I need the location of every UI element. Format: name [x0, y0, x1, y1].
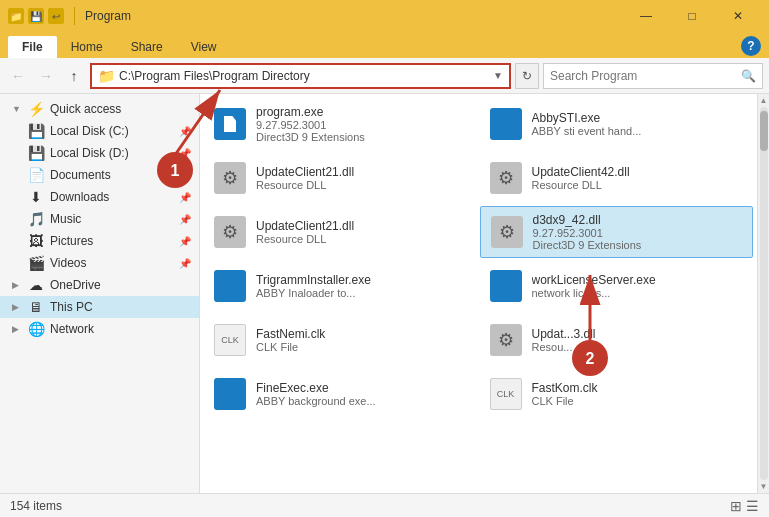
tab-view[interactable]: View — [177, 36, 231, 58]
address-dropdown-icon[interactable]: ▼ — [493, 70, 503, 81]
sidebar-label-local-disk-d: Local Disk (D:) — [50, 146, 129, 160]
file-icon-abby-exe — [488, 106, 524, 142]
network-icon: 🌐 — [28, 321, 44, 337]
sidebar-item-local-disk-c[interactable]: 💾 Local Disk (C:) 📌 — [0, 120, 199, 142]
sidebar-item-local-disk-d[interactable]: 💾 Local Disk (D:) 📌 — [0, 142, 199, 164]
sidebar-item-onedrive[interactable]: ▶ ☁ OneDrive — [0, 274, 199, 296]
search-input[interactable] — [550, 69, 737, 83]
pin-icon-music: 📌 — [179, 214, 191, 225]
sidebar-label-music: Music — [50, 212, 81, 226]
refresh-button[interactable]: ↻ — [515, 63, 539, 89]
tab-home[interactable]: Home — [57, 36, 117, 58]
grid-view-button[interactable]: ⊞ — [730, 498, 742, 514]
scrollbar-track[interactable] — [760, 107, 768, 480]
pictures-icon: 🖼 — [28, 233, 44, 249]
title-bar-separator — [74, 7, 75, 25]
status-bar: 154 items ⊞ ☰ — [0, 493, 769, 517]
file-name-program-exe: program.exe — [256, 105, 470, 119]
save-icon: 💾 — [28, 8, 44, 24]
scrollbar-thumb[interactable] — [760, 111, 768, 151]
file-info-updateclient42: UpdateClient42.dll Resource DLL — [532, 165, 746, 191]
disk-d-icon: 💾 — [28, 145, 44, 161]
file-detail1-d3dx9: 9.27.952.3001 — [533, 227, 745, 239]
sidebar-item-documents[interactable]: 📄 Documents 📌 — [0, 164, 199, 186]
help-button[interactable]: ? — [741, 36, 761, 56]
file-name-fineexec: FineExec.exe — [256, 381, 470, 395]
address-bar-input[interactable]: 📁 C:\Program Files\Program Directory ▼ — [90, 63, 511, 89]
sidebar-section-quickaccess: ▼ ⚡ Quick access 💾 Local Disk (C:) 📌 💾 L… — [0, 98, 199, 340]
file-item-fineexec[interactable]: FineExec.exe ABBY background exe... — [204, 368, 478, 420]
file-info-updateclient21: UpdateClient21.dll Resource DLL — [256, 165, 470, 191]
file-item-worklicense-exe[interactable]: workLicenseServer.exe network licens... — [480, 260, 754, 312]
file-item-updat3dll[interactable]: Updat...3.dll Resou... — [480, 314, 754, 366]
search-icon: 🔍 — [741, 69, 756, 83]
title-bar: 📁 💾 ↩ Program — □ ✕ — [0, 0, 769, 32]
minimize-button[interactable]: — — [623, 0, 669, 32]
file-item-updateclient21[interactable]: UpdateClient21.dll Resource DLL — [204, 152, 478, 204]
expand-icon-net: ▶ — [12, 324, 22, 334]
sidebar-label-documents: Documents — [50, 168, 111, 182]
onedrive-icon: ☁ — [28, 277, 44, 293]
file-item-d3dx9[interactable]: d3dx9_42.dll 9.27.952.3001 Direct3D 9 Ex… — [480, 206, 754, 258]
file-name-updateclient21b: UpdateClient21.dll — [256, 219, 470, 233]
sidebar-item-pictures[interactable]: 🖼 Pictures 📌 — [0, 230, 199, 252]
scrollbar-up-button[interactable]: ▲ — [760, 96, 768, 105]
quick-access-icon: ⚡ — [28, 101, 44, 117]
tab-file[interactable]: File — [8, 36, 57, 58]
scrollbar-down-button[interactable]: ▼ — [760, 482, 768, 491]
scrollbar[interactable]: ▲ ▼ — [757, 94, 769, 493]
window-controls: — □ ✕ — [623, 0, 761, 32]
file-item-trigr-exe[interactable]: TrigrammInstaller.exe ABBY Inaloader to.… — [204, 260, 478, 312]
file-detail2-program-exe: Direct3D 9 Extensions — [256, 131, 470, 143]
file-icon-trigr-exe — [212, 268, 248, 304]
file-icon-fastkom: CLK — [488, 376, 524, 412]
sidebar-label-this-pc: This PC — [50, 300, 93, 314]
sidebar-item-downloads[interactable]: ⬇ Downloads 📌 — [0, 186, 199, 208]
file-info-trigr-exe: TrigrammInstaller.exe ABBY Inaloader to.… — [256, 273, 470, 299]
file-name-worklicense-exe: workLicenseServer.exe — [532, 273, 746, 287]
maximize-button[interactable]: □ — [669, 0, 715, 32]
sidebar-label-videos: Videos — [50, 256, 86, 270]
file-item-fastkom[interactable]: CLK FastKom.clk CLK File — [480, 368, 754, 420]
sidebar-item-videos[interactable]: 🎬 Videos 📌 — [0, 252, 199, 274]
file-detail1-fineexec: ABBY background exe... — [256, 395, 470, 407]
file-item-abby-exe[interactable]: AbbySTI.exe ABBY sti event hand... — [480, 98, 754, 150]
window-title: Program — [85, 9, 617, 23]
sidebar-item-network[interactable]: ▶ 🌐 Network — [0, 318, 199, 340]
pin-icon-videos: 📌 — [179, 258, 191, 269]
file-detail1-worklicense-exe: network licens... — [532, 287, 746, 299]
expand-icon: ▼ — [12, 104, 22, 114]
file-item-program-exe[interactable]: program.exe 9.27.952.3001 Direct3D 9 Ext… — [204, 98, 478, 150]
forward-button[interactable]: → — [34, 64, 58, 88]
file-name-d3dx9: d3dx9_42.dll — [533, 213, 745, 227]
back-button[interactable]: ← — [6, 64, 30, 88]
tab-share[interactable]: Share — [117, 36, 177, 58]
sidebar-label-onedrive: OneDrive — [50, 278, 101, 292]
videos-icon: 🎬 — [28, 255, 44, 271]
main-layout: ▼ ⚡ Quick access 💾 Local Disk (C:) 📌 💾 L… — [0, 94, 769, 493]
file-item-fastnemi[interactable]: CLK FastNemi.clk CLK File — [204, 314, 478, 366]
file-info-abby-exe: AbbySTI.exe ABBY sti event hand... — [532, 111, 746, 137]
file-info-fastkom: FastKom.clk CLK File — [532, 381, 746, 407]
file-info-d3dx9: d3dx9_42.dll 9.27.952.3001 Direct3D 9 Ex… — [533, 213, 745, 251]
sidebar-item-this-pc[interactable]: ▶ 🖥 This PC — [0, 296, 199, 318]
documents-icon: 📄 — [28, 167, 44, 183]
music-icon: 🎵 — [28, 211, 44, 227]
files-grid: program.exe 9.27.952.3001 Direct3D 9 Ext… — [204, 98, 753, 420]
sidebar-item-quick-access[interactable]: ▼ ⚡ Quick access — [0, 98, 199, 120]
file-detail1-updateclient21b: Resource DLL — [256, 233, 470, 245]
file-detail1-fastkom: CLK File — [532, 395, 746, 407]
file-icon-fastnemi: CLK — [212, 322, 248, 358]
file-item-updateclient21b[interactable]: UpdateClient21.dll Resource DLL — [204, 206, 478, 258]
file-icon-d3dx9 — [489, 214, 525, 250]
sidebar-label-downloads: Downloads — [50, 190, 109, 204]
pin-icon-pictures: 📌 — [179, 236, 191, 247]
sidebar-item-music[interactable]: 🎵 Music 📌 — [0, 208, 199, 230]
list-view-button[interactable]: ☰ — [746, 498, 759, 514]
file-info-program-exe: program.exe 9.27.952.3001 Direct3D 9 Ext… — [256, 105, 470, 143]
close-button[interactable]: ✕ — [715, 0, 761, 32]
up-button[interactable]: ↑ — [62, 64, 86, 88]
file-item-updateclient42[interactable]: UpdateClient42.dll Resource DLL — [480, 152, 754, 204]
search-box[interactable]: 🔍 — [543, 63, 763, 89]
folder-icon: 📁 — [98, 68, 115, 84]
